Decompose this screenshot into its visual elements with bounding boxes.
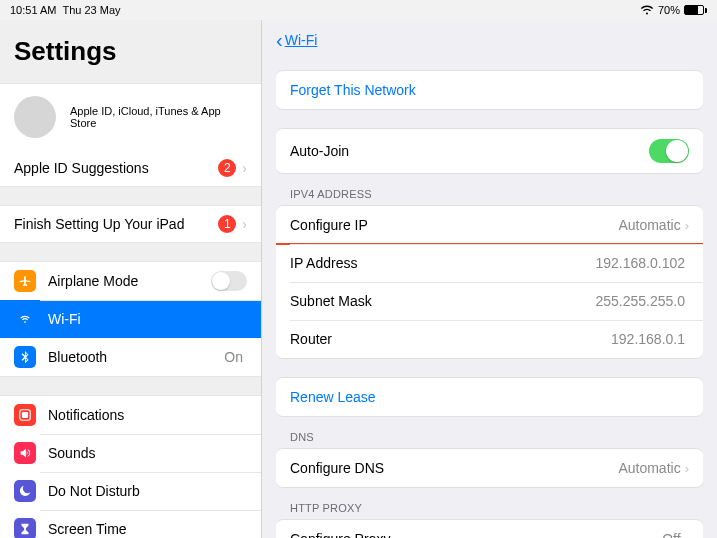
row-value: Automatic: [618, 460, 680, 476]
chevron-right-icon: ›: [242, 160, 247, 176]
row-label: Forget This Network: [290, 82, 689, 98]
router-row: Router 192.168.0.1: [276, 320, 703, 358]
hourglass-icon: [14, 518, 36, 538]
forget-network-button[interactable]: Forget This Network: [276, 71, 703, 109]
row-value: 192.168.0.1: [611, 331, 685, 347]
sidebar-item-screentime[interactable]: Screen Time: [0, 510, 261, 538]
subnet-mask-row: Subnet Mask 255.255.255.0: [276, 282, 703, 320]
sidebar-item-sounds[interactable]: Sounds: [0, 434, 261, 472]
page-title: Settings: [0, 20, 261, 83]
badge: 1: [218, 215, 236, 233]
row-label: Do Not Disturb: [48, 483, 247, 499]
row-label: Auto-Join: [290, 143, 649, 159]
row-label: Finish Setting Up Your iPad: [14, 216, 218, 232]
dns-section-header: DNS: [262, 417, 717, 448]
configure-ip-row[interactable]: Configure IP Automatic ›: [276, 206, 703, 244]
status-left: 10:51 AM Thu 23 May: [10, 4, 121, 16]
row-label: Bluetooth: [48, 349, 224, 365]
wifi-icon: [14, 308, 36, 330]
profile-row[interactable]: Apple ID, iCloud, iTunes & App Store: [0, 84, 261, 150]
battery-icon: [684, 5, 707, 15]
chevron-right-icon: ›: [685, 461, 689, 476]
auto-join-row: Auto-Join: [276, 129, 703, 173]
row-label: Airplane Mode: [48, 273, 211, 289]
svg-rect-1: [22, 412, 28, 418]
bluetooth-icon: [14, 346, 36, 368]
back-label: Wi-Fi: [285, 32, 318, 48]
sidebar-item-bluetooth[interactable]: Bluetooth On: [0, 338, 261, 376]
finish-setup-row[interactable]: Finish Setting Up Your iPad 1 ›: [0, 206, 261, 242]
sidebar-item-airplane[interactable]: Airplane Mode: [0, 262, 261, 300]
sidebar-item-notifications[interactable]: Notifications: [0, 396, 261, 434]
sounds-icon: [14, 442, 36, 464]
status-date: Thu 23 May: [62, 4, 120, 16]
detail-pane: ‹ Wi-Fi Forget This Network Auto-Join IP…: [262, 20, 717, 538]
row-value: 255.255.255.0: [595, 293, 685, 309]
avatar: [14, 96, 56, 138]
detail-nav: ‹ Wi-Fi: [262, 20, 717, 60]
row-label: Subnet Mask: [290, 293, 595, 309]
row-label: Wi-Fi: [48, 311, 247, 327]
status-right: 70%: [640, 4, 707, 16]
row-label: Screen Time: [48, 521, 247, 537]
badge: 2: [218, 159, 236, 177]
row-value: On: [224, 349, 243, 365]
chevron-right-icon: ›: [242, 216, 247, 232]
row-value: Off: [662, 531, 680, 538]
sidebar: Settings Apple ID, iCloud, iTunes & App …: [0, 20, 262, 538]
auto-join-toggle[interactable]: [649, 139, 689, 163]
ipv4-section-header: IPV4 ADDRESS: [262, 174, 717, 205]
row-label: Configure IP: [290, 217, 618, 233]
status-time: 10:51 AM: [10, 4, 56, 16]
row-label: Configure DNS: [290, 460, 618, 476]
back-button[interactable]: ‹ Wi-Fi: [276, 30, 317, 50]
row-label: IP Address: [290, 255, 595, 271]
airplane-icon: [14, 270, 36, 292]
row-value: 192.168.0.102: [595, 255, 685, 271]
configure-proxy-row[interactable]: Configure Proxy Off ›: [276, 520, 703, 538]
notifications-icon: [14, 404, 36, 426]
airplane-toggle[interactable]: [211, 271, 247, 291]
row-label: Apple ID Suggestions: [14, 160, 218, 176]
wifi-icon: [640, 5, 654, 15]
configure-dns-row[interactable]: Configure DNS Automatic ›: [276, 449, 703, 487]
sidebar-item-wifi[interactable]: Wi-Fi: [0, 300, 261, 338]
apple-id-suggestions-row[interactable]: Apple ID Suggestions 2 ›: [0, 150, 261, 186]
renew-lease-button[interactable]: Renew Lease: [276, 378, 703, 416]
status-battery-pct: 70%: [658, 4, 680, 16]
sidebar-item-dnd[interactable]: Do Not Disturb: [0, 472, 261, 510]
proxy-section-header: HTTP PROXY: [262, 488, 717, 519]
row-label: Notifications: [48, 407, 247, 423]
status-bar: 10:51 AM Thu 23 May 70%: [0, 0, 717, 20]
profile-subtitle: Apple ID, iCloud, iTunes & App Store: [70, 105, 247, 129]
chevron-right-icon: ›: [685, 218, 689, 233]
row-label: Configure Proxy: [290, 531, 662, 538]
row-value: Automatic: [618, 217, 680, 233]
ip-address-row: IP Address 192.168.0.102: [276, 244, 703, 282]
chevron-left-icon: ‹: [276, 30, 283, 50]
chevron-right-icon: ›: [685, 532, 689, 539]
row-label: Sounds: [48, 445, 247, 461]
moon-icon: [14, 480, 36, 502]
row-label: Router: [290, 331, 611, 347]
row-label: Renew Lease: [290, 389, 689, 405]
